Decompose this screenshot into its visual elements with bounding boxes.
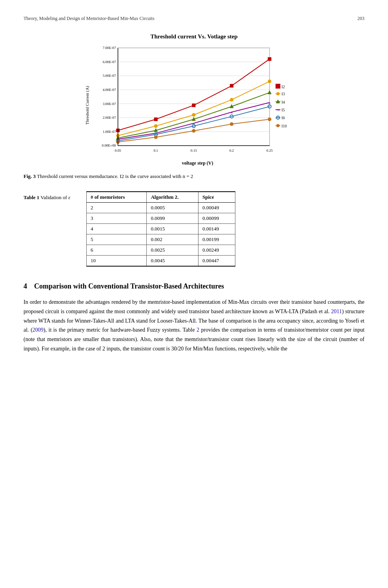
- table-cell: 0.0025: [147, 245, 199, 256]
- svg-text:5.00E-07: 5.00E-07: [102, 74, 116, 78]
- svg-text:0.05: 0.05: [115, 149, 121, 152]
- table-number: Table 1: [24, 194, 39, 200]
- table-row: 60.00250.00249: [87, 245, 235, 256]
- svg-text:×: ×: [277, 107, 279, 112]
- svg-text:1.00E-07: 1.00E-07: [102, 130, 116, 134]
- table-cell: 10: [87, 256, 147, 267]
- chart-section: Threshold current Vs. Votlage step Thres…: [24, 33, 364, 166]
- x-axis-label: voltage step (V): [92, 160, 304, 166]
- table-cell: 2: [87, 203, 147, 213]
- table-section: Table 1 Validation of ε # of memristors …: [24, 191, 364, 267]
- svg-rect-23: [154, 118, 157, 121]
- section-body: In order to demonstrate the advantages r…: [24, 298, 364, 354]
- col-header-spice: Spice: [199, 192, 235, 203]
- section-number: 4: [24, 282, 27, 290]
- svg-text:6.00E-07: 6.00E-07: [102, 60, 116, 64]
- svg-text:I6: I6: [281, 116, 284, 120]
- table-row: 40.00150.00149: [87, 224, 235, 234]
- ref-2011[interactable]: 2011: [331, 309, 342, 314]
- svg-text:3.00E-07: 3.00E-07: [102, 102, 116, 106]
- chart-svg: 0.00E+00 1.00E-07 2.00E-07 3.00E-07 4.00…: [92, 44, 304, 160]
- svg-point-49: [192, 129, 195, 132]
- table-label: Table 1 Validation of ε: [24, 191, 86, 201]
- svg-rect-52: [275, 84, 280, 89]
- table-cell: 0.0045: [147, 256, 199, 267]
- table-cell: 3: [87, 213, 147, 224]
- header-right: 203: [357, 16, 364, 22]
- table-cell: 0.00099: [199, 213, 235, 224]
- table-row: 50.0020.00199: [87, 234, 235, 245]
- svg-text:I4: I4: [281, 100, 284, 104]
- svg-text:0.00E+00: 0.00E+00: [102, 143, 116, 147]
- table-cell: 6: [87, 245, 147, 256]
- chart-title: Threshold current Vs. Votlage step: [150, 33, 237, 40]
- table-cell: 0.0099: [147, 213, 199, 224]
- table-cell: 0.00447: [199, 256, 235, 267]
- table-cell: 0.00249: [199, 245, 235, 256]
- chart-wrap: Threshold Current (A) 0.00E+00 1.00E: [85, 44, 304, 166]
- svg-text:I10: I10: [281, 124, 287, 128]
- header-left: Theory, Modeling and Design of Memristor…: [24, 16, 155, 22]
- table-cell: 0.0015: [147, 224, 199, 234]
- svg-point-30: [230, 98, 233, 101]
- svg-rect-25: [230, 84, 233, 87]
- table-cell: 0.00199: [199, 234, 235, 245]
- svg-point-55: [276, 92, 279, 95]
- ref-table2[interactable]: 2: [197, 327, 199, 333]
- table-cell: 0.0005: [147, 203, 199, 213]
- svg-point-48: [154, 136, 157, 139]
- svg-point-67: [276, 124, 279, 127]
- svg-text:I5: I5: [281, 108, 284, 112]
- svg-text:7.00E-07: 7.00E-07: [102, 46, 116, 50]
- svg-point-29: [192, 113, 195, 116]
- col-header-algorithm: Algorithm 2.: [147, 192, 199, 203]
- svg-text:I3: I3: [281, 92, 284, 96]
- fig-label: Fig. 3: [24, 173, 36, 179]
- svg-text:×: ×: [192, 122, 195, 126]
- fig-caption: Fig. 3 Threshold current versus memducta…: [24, 173, 364, 180]
- table-row: 30.00990.00099: [87, 213, 235, 224]
- fig-text: Threshold current versus memductance. I2…: [37, 173, 193, 179]
- table-row: 100.00450.00447: [87, 256, 235, 267]
- svg-text:I2: I2: [281, 85, 284, 89]
- table-title: Validation of ε: [40, 194, 70, 200]
- section-title: Comparison with Conventional Transistor-…: [34, 282, 224, 290]
- table-cell: 5: [87, 234, 147, 245]
- svg-text:×: ×: [230, 110, 233, 115]
- page-header: Theory, Modeling and Design of Memristor…: [24, 16, 364, 22]
- svg-rect-26: [268, 58, 271, 61]
- section-heading: 4 Comparison with Conventional Transisto…: [24, 282, 364, 290]
- svg-text:0.2: 0.2: [229, 149, 234, 152]
- svg-point-31: [268, 80, 271, 83]
- svg-text:2.00E-07: 2.00E-07: [102, 116, 116, 120]
- col-header-memristors: # of memristors: [87, 192, 147, 203]
- table-cell: 0.00049: [199, 203, 235, 213]
- svg-text:0.15: 0.15: [190, 149, 197, 152]
- svg-point-28: [154, 124, 157, 127]
- section-paragraph: In order to demonstrate the advantages r…: [24, 298, 364, 354]
- svg-text:0.1: 0.1: [153, 149, 158, 152]
- table-cell: 0.00149: [199, 224, 235, 234]
- table-cell: 4: [87, 224, 147, 234]
- table-cell: 0.002: [147, 234, 199, 245]
- svg-text:0.25: 0.25: [266, 149, 273, 152]
- y-axis-label: Threshold Current (A): [85, 86, 89, 125]
- ref-2009[interactable]: 2009: [33, 327, 44, 333]
- svg-point-51: [268, 118, 271, 121]
- table-row: 20.00050.00049: [87, 203, 235, 213]
- table-header-row: # of memristors Algorithm 2. Spice: [87, 192, 235, 203]
- svg-point-50: [230, 122, 233, 125]
- svg-rect-24: [192, 104, 195, 107]
- svg-text:4.00E-07: 4.00E-07: [102, 88, 116, 92]
- data-table: # of memristors Algorithm 2. Spice 20.00…: [86, 191, 235, 267]
